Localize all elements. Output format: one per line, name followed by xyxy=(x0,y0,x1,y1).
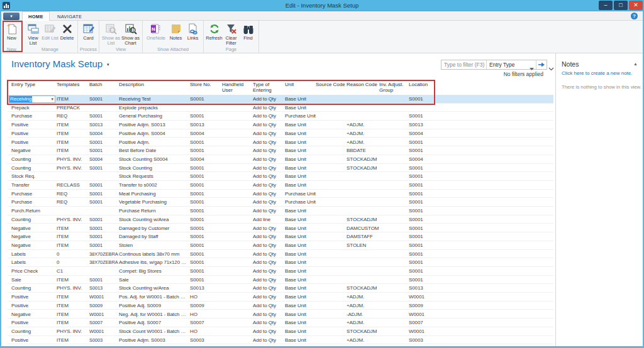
table-row[interactable]: CountingPHYS. INV.W0001Stock Count W0001… xyxy=(8,327,553,336)
cell-unit[interactable]: Base Unit xyxy=(285,318,318,327)
cell-invadj[interactable] xyxy=(379,181,408,190)
cell-unit[interactable]: Purchase Unit xyxy=(285,112,318,121)
cell-handheld[interactable] xyxy=(222,112,248,121)
cell-unit[interactable]: Base Unit xyxy=(285,207,318,215)
cell-description[interactable]: Stolen xyxy=(119,241,187,250)
cell-invadj[interactable] xyxy=(379,232,408,241)
notes-button[interactable]: Notes xyxy=(167,22,184,47)
cell-store[interactable]: S0009 xyxy=(190,302,220,310)
cell-entry[interactable]: Positive xyxy=(11,121,55,129)
cell-store[interactable]: S0004 xyxy=(190,155,220,164)
close-button[interactable]: ✕ xyxy=(629,1,643,10)
cell-store[interactable]: S0001 xyxy=(190,207,220,215)
cell-location[interactable]: S0001 xyxy=(409,181,447,190)
cell-location[interactable]: S0013 xyxy=(409,284,447,293)
table-row[interactable]: Purch.ReturnPurchase ReturnS0001Add to Q… xyxy=(8,207,553,215)
delete-button[interactable]: Delete xyxy=(58,22,75,47)
cell-batch[interactable]: 38X70ZEBRA xyxy=(89,258,118,267)
cell-source[interactable] xyxy=(316,327,348,336)
cell-invadj[interactable] xyxy=(379,215,408,224)
cell-store[interactable]: S0001 xyxy=(190,215,220,224)
cell-store[interactable]: S0001 xyxy=(190,267,220,276)
cell-entry[interactable]: Negative xyxy=(11,146,55,155)
cell-reason[interactable] xyxy=(347,95,379,104)
onenote-button[interactable]: N OneNote xyxy=(145,22,167,47)
cell-templates[interactable]: ITEM xyxy=(57,95,88,104)
cell-batch[interactable] xyxy=(89,104,118,112)
cell-batch[interactable]: S0001 xyxy=(89,190,118,198)
cell-handheld[interactable] xyxy=(222,276,248,285)
cell-handheld[interactable] xyxy=(222,250,248,259)
cell-invadj[interactable] xyxy=(379,318,408,327)
cell-invadj[interactable] xyxy=(379,104,408,112)
cell-store[interactable]: S0001 xyxy=(190,181,220,190)
cell-batch[interactable]: S0001 xyxy=(89,112,118,121)
cell-handheld[interactable] xyxy=(222,155,248,164)
cell-templates[interactable] xyxy=(57,207,88,215)
cell-source[interactable] xyxy=(316,146,348,155)
cell-handheld[interactable] xyxy=(222,138,248,147)
cell-reason[interactable]: STOCKADJM xyxy=(347,155,379,164)
cell-reason[interactable] xyxy=(347,181,379,190)
cell-templates[interactable]: ITEM xyxy=(57,293,88,302)
filter-go-button[interactable] xyxy=(536,60,546,69)
cell-store[interactable]: S0001 xyxy=(190,190,220,198)
cell-invadj[interactable] xyxy=(379,276,408,285)
cell-description[interactable]: Sale xyxy=(119,276,187,285)
cell-batch[interactable] xyxy=(89,207,118,215)
cell-unit[interactable]: Base Unit xyxy=(285,181,318,190)
cell-handheld[interactable] xyxy=(222,121,248,129)
cell-handheld[interactable] xyxy=(222,181,248,190)
table-row[interactable]: PrepackPREPACKExplode prepacksAdd to Qty… xyxy=(8,104,553,112)
cell-type[interactable]: Add to Qty xyxy=(253,95,280,104)
cell-invadj[interactable] xyxy=(379,112,408,121)
cell-type[interactable]: Add line xyxy=(253,215,280,224)
cell-invadj[interactable] xyxy=(379,284,408,293)
cell-handheld[interactable] xyxy=(222,146,248,155)
cell-invadj[interactable] xyxy=(379,250,408,259)
table-row[interactable]: PositiveITEMS0004Positive Adjm. S0004S00… xyxy=(8,129,553,138)
cell-invadj[interactable] xyxy=(379,164,408,173)
cell-description[interactable]: Stock Requests xyxy=(119,172,187,181)
cell-store[interactable]: HO xyxy=(190,327,220,336)
table-row[interactable]: PurchaseREQS0001General PurchasingS0001A… xyxy=(8,112,553,121)
entry-type-combobox[interactable]: Receiving▾ xyxy=(9,95,55,103)
cell-reason[interactable]: +ADJM. xyxy=(347,129,379,138)
cell-handheld[interactable] xyxy=(222,172,248,181)
cell-source[interactable] xyxy=(316,224,348,233)
filter-field-select[interactable]: Entry Type xyxy=(487,60,536,69)
cell-description[interactable]: Stock Counting w/Area xyxy=(119,284,187,293)
cell-reason[interactable]: +ADJM. xyxy=(347,318,379,327)
cell-location[interactable]: S0001 xyxy=(409,241,447,250)
cell-invadj[interactable] xyxy=(379,138,408,147)
cell-store[interactable]: S0003 xyxy=(190,336,220,345)
cell-reason[interactable]: -ADJM. xyxy=(347,310,379,319)
cell-type[interactable]: Add to Qty xyxy=(253,112,280,121)
cell-invadj[interactable] xyxy=(379,310,408,319)
cell-type[interactable]: Add to Qty xyxy=(253,146,280,155)
table-row[interactable]: PositiveITEMS0013Positive Adjm. S0013S00… xyxy=(8,121,553,129)
cell-location[interactable]: S0001 xyxy=(409,276,447,285)
table-row[interactable]: SaleITEMS0001SaleS0001Add to QtyBase Uni… xyxy=(8,276,553,285)
cell-handheld[interactable] xyxy=(222,164,248,173)
cell-source[interactable] xyxy=(316,181,348,190)
table-row[interactable]: Receiving▾ITEMS0001Receiving TestS0001Ad… xyxy=(8,95,553,104)
cell-location[interactable]: S0001 xyxy=(409,190,447,198)
cell-templates[interactable]: ITEM xyxy=(57,302,88,310)
cell-source[interactable] xyxy=(316,284,348,293)
cell-type[interactable]: Add to Qty xyxy=(253,207,280,215)
cell-invadj[interactable] xyxy=(379,258,408,267)
cell-location[interactable]: S0013 xyxy=(409,121,447,129)
cell-unit[interactable]: Base Unit xyxy=(285,302,318,310)
cell-templates[interactable]: ITEM xyxy=(57,310,88,319)
cell-handheld[interactable] xyxy=(222,336,248,345)
cell-type[interactable]: Add to Qty xyxy=(253,121,280,129)
cell-location[interactable]: S0001 xyxy=(409,215,447,224)
cell-store[interactable]: S0001 xyxy=(190,172,220,181)
cell-reason[interactable] xyxy=(347,207,379,215)
cell-location[interactable]: S0001 xyxy=(409,198,447,207)
cell-type[interactable]: Add to Qty xyxy=(253,224,280,233)
cell-entry[interactable]: Positive xyxy=(11,129,55,138)
app-menu-button[interactable]: ▾ xyxy=(3,13,19,20)
column-header-store[interactable]: Store No. xyxy=(190,82,220,87)
